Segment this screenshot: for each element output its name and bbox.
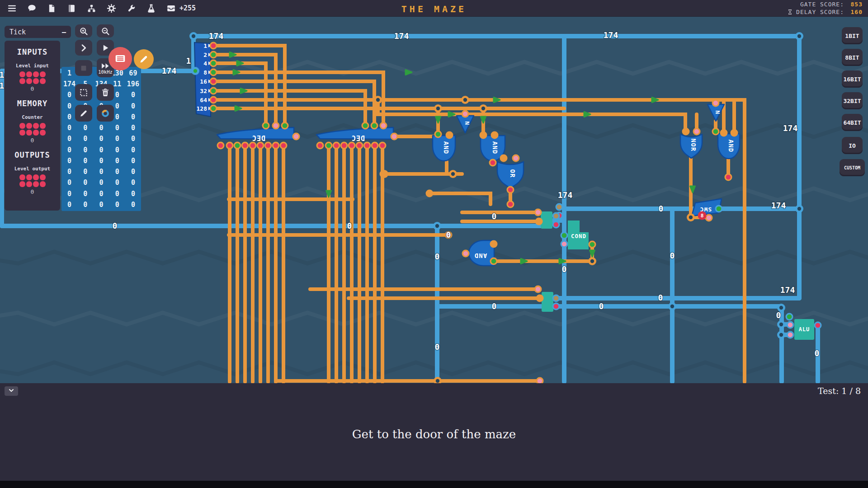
component-pin[interactable] [490, 240, 498, 248]
wire-junction[interactable] [795, 205, 803, 213]
component-pin[interactable] [210, 51, 217, 59]
component-pin[interactable] [380, 122, 387, 130]
component-pin[interactable] [371, 122, 378, 130]
component-tab-16bit[interactable]: 16BIT [842, 70, 863, 88]
component-pin[interactable] [720, 129, 728, 137]
chat-button[interactable] [27, 4, 37, 13]
select-button[interactable] [75, 84, 92, 101]
component-pin[interactable] [682, 128, 690, 136]
component-pin[interactable] [380, 170, 387, 178]
component-pin[interactable] [264, 142, 272, 150]
component-pin[interactable] [210, 69, 217, 76]
component-pin[interactable] [490, 258, 498, 265]
component-pin[interactable] [257, 142, 264, 150]
book-button[interactable] [67, 4, 76, 13]
component-pin[interactable] [552, 221, 560, 229]
component-pin[interactable] [491, 131, 499, 139]
component-pin[interactable] [362, 122, 369, 130]
gate-or[interactable]: OR [497, 162, 524, 188]
tick-panel[interactable]: Tick – [5, 26, 71, 38]
component-tab-64bit[interactable]: 64BIT [842, 114, 863, 131]
component-pin[interactable] [262, 122, 270, 130]
zoom-out-button[interactable] [97, 24, 114, 38]
component-pin[interactable] [210, 87, 217, 95]
wire-junction[interactable] [687, 213, 695, 221]
zoom-in-button[interactable] [75, 24, 92, 38]
wire-junction[interactable] [449, 170, 457, 178]
gear-button[interactable] [107, 4, 116, 13]
wire-junction[interactable] [461, 96, 469, 104]
component-pin[interactable] [489, 159, 497, 167]
component-pin[interactable] [333, 142, 340, 150]
component-pin[interactable] [210, 42, 217, 50]
component-pin[interactable] [507, 201, 514, 208]
gate-dec[interactable]: DEC [217, 127, 294, 142]
component-pin[interactable] [552, 212, 560, 220]
component-pin[interactable] [787, 331, 794, 339]
component-pin[interactable] [787, 321, 794, 329]
orange-wires[interactable] [213, 46, 745, 382]
component-pin[interactable] [226, 142, 234, 150]
loop-button[interactable] [97, 105, 114, 122]
component-pin[interactable] [693, 128, 701, 136]
gate-n[interactable]: N [708, 104, 724, 121]
component-pin[interactable] [325, 142, 333, 150]
gate-alu[interactable]: ALU [794, 319, 814, 340]
component-tab-32bit[interactable]: 32BIT [842, 92, 863, 109]
component-pin[interactable] [536, 295, 544, 302]
component-pin[interactable] [712, 99, 720, 107]
component-pin[interactable] [507, 186, 514, 194]
component-pin[interactable] [814, 322, 822, 329]
component-pin[interactable] [281, 122, 289, 130]
gate-and[interactable]: AND [433, 136, 455, 161]
component-pin[interactable] [500, 155, 508, 162]
component-pin[interactable] [589, 241, 596, 249]
gate-nor[interactable]: NOR [680, 134, 702, 158]
component-tab-io[interactable]: IO [842, 137, 863, 154]
edit-button[interactable] [75, 105, 92, 122]
collapse-button[interactable]: – [62, 28, 66, 36]
component-pin[interactable] [356, 142, 363, 150]
component-pin[interactable] [561, 232, 568, 239]
component-pin[interactable] [725, 174, 732, 181]
file-button[interactable] [47, 4, 57, 13]
step-button[interactable] [75, 40, 92, 56]
component-pin[interactable] [434, 131, 442, 138]
component-pin[interactable] [786, 313, 793, 321]
component-tab-8bit[interactable]: 8BIT [842, 49, 863, 66]
component-pin[interactable] [462, 250, 470, 258]
component-pin[interactable] [210, 60, 217, 67]
gate-cond[interactable]: COND [568, 221, 589, 249]
wrench-button[interactable] [127, 4, 136, 13]
component-pin[interactable] [446, 131, 453, 139]
component-tab-1bit[interactable]: 1BIT [842, 27, 863, 44]
component-box[interactable]: 1248163264128 [194, 42, 211, 117]
wire-junction[interactable] [588, 257, 596, 265]
component-pin[interactable] [340, 142, 348, 150]
sketch-button[interactable] [134, 49, 154, 69]
wire-junction[interactable] [795, 32, 803, 40]
component-pin[interactable] [712, 128, 720, 136]
collapse-panel-button[interactable] [5, 386, 18, 396]
component-pin[interactable] [316, 142, 324, 150]
hierarchy-button[interactable] [87, 4, 96, 13]
component-pin[interactable] [535, 218, 543, 225]
flask-button[interactable] [146, 4, 156, 13]
component-pin[interactable] [731, 129, 738, 137]
component-pin[interactable] [391, 133, 398, 141]
component-pin[interactable] [249, 142, 257, 150]
component-box[interactable] [542, 292, 553, 312]
component-pin[interactable] [552, 295, 560, 302]
tray-button[interactable] [166, 4, 176, 13]
wire-junction[interactable] [434, 377, 442, 383]
wire-junction[interactable] [374, 96, 382, 104]
wire-junction[interactable] [191, 67, 199, 75]
component-pin[interactable] [272, 142, 280, 150]
screen-button[interactable] [108, 47, 132, 70]
component-pin[interactable] [272, 122, 280, 130]
component-pin[interactable] [241, 142, 249, 150]
component-pin[interactable] [210, 96, 217, 104]
component-pin[interactable] [210, 105, 217, 113]
component-pin[interactable] [534, 209, 542, 216]
component-pin[interactable] [715, 205, 723, 213]
